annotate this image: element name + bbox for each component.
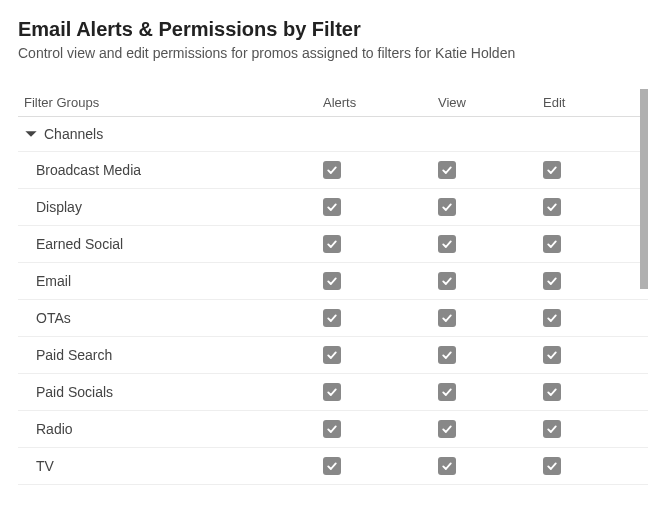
row-label: TV [18,458,323,474]
row-label: Earned Social [18,236,323,252]
table-row: TV [18,448,648,485]
cell-alerts [323,198,438,216]
checkbox-view[interactable] [438,235,456,253]
cell-view [438,383,543,401]
cell-alerts [323,161,438,179]
row-label: Paid Search [18,347,323,363]
checkbox-alerts[interactable] [323,161,341,179]
row-label: Email [18,273,323,289]
cell-alerts [323,457,438,475]
cell-view [438,235,543,253]
checkbox-alerts[interactable] [323,420,341,438]
cell-view [438,161,543,179]
cell-edit [543,161,633,179]
cell-view [438,457,543,475]
checkbox-edit[interactable] [543,161,561,179]
checkbox-alerts[interactable] [323,309,341,327]
checkbox-alerts[interactable] [323,457,341,475]
col-header-edit: Edit [543,95,633,110]
cell-edit [543,272,633,290]
checkbox-edit[interactable] [543,309,561,327]
cell-view [438,346,543,364]
checkbox-view[interactable] [438,457,456,475]
col-header-filter-groups: Filter Groups [18,95,323,110]
col-header-alerts: Alerts [323,95,438,110]
checkbox-edit[interactable] [543,235,561,253]
table-row: Paid Socials [18,374,648,411]
checkbox-edit[interactable] [543,383,561,401]
page-subtitle: Control view and edit permissions for pr… [18,45,648,61]
checkbox-view[interactable] [438,198,456,216]
checkbox-alerts[interactable] [323,235,341,253]
cell-edit [543,309,633,327]
page-title: Email Alerts & Permissions by Filter [18,18,648,41]
cell-alerts [323,272,438,290]
permissions-table: Filter Groups Alerts View Edit Channels … [18,89,648,499]
cell-edit [543,235,633,253]
cell-view [438,420,543,438]
cell-view [438,309,543,327]
cell-edit [543,383,633,401]
checkbox-view[interactable] [438,161,456,179]
table-row: Earned Social [18,226,648,263]
table-row: Paid Search [18,337,648,374]
col-header-view: View [438,95,543,110]
row-label: Paid Socials [18,384,323,400]
cell-view [438,272,543,290]
scrollbar-track[interactable] [640,89,648,499]
checkbox-view[interactable] [438,383,456,401]
row-label: OTAs [18,310,323,326]
checkbox-alerts[interactable] [323,198,341,216]
scrollbar-thumb[interactable] [640,89,648,289]
table-row: Radio [18,411,648,448]
chevron-down-icon [24,127,38,141]
checkbox-edit[interactable] [543,198,561,216]
group-row-channels[interactable]: Channels [18,117,648,152]
cell-alerts [323,235,438,253]
checkbox-alerts[interactable] [323,346,341,364]
table-row: Email [18,263,648,300]
checkbox-view[interactable] [438,420,456,438]
cell-alerts [323,383,438,401]
checkbox-alerts[interactable] [323,272,341,290]
row-label: Broadcast Media [18,162,323,178]
table-row: Display [18,189,648,226]
table-row: Broadcast Media [18,152,648,189]
table-row: OTAs [18,300,648,337]
table-header: Filter Groups Alerts View Edit [18,89,648,117]
cell-alerts [323,420,438,438]
cell-alerts [323,346,438,364]
checkbox-view[interactable] [438,309,456,327]
checkbox-edit[interactable] [543,272,561,290]
cell-edit [543,346,633,364]
cell-edit [543,457,633,475]
checkbox-edit[interactable] [543,420,561,438]
checkbox-view[interactable] [438,272,456,290]
checkbox-edit[interactable] [543,457,561,475]
cell-edit [543,420,633,438]
row-label: Radio [18,421,323,437]
checkbox-view[interactable] [438,346,456,364]
checkbox-alerts[interactable] [323,383,341,401]
cell-view [438,198,543,216]
checkbox-edit[interactable] [543,346,561,364]
row-label: Display [18,199,323,215]
cell-edit [543,198,633,216]
cell-alerts [323,309,438,327]
group-label: Channels [44,126,103,142]
